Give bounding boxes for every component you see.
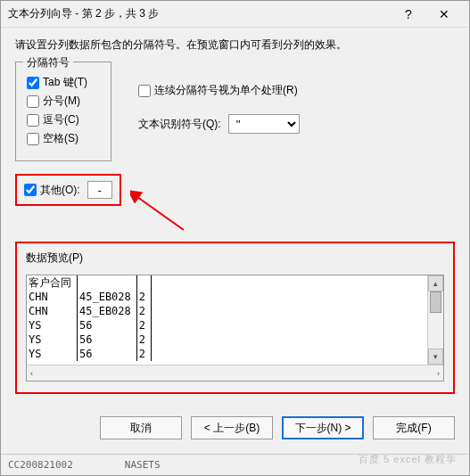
cancel-button[interactable]: 取消 bbox=[100, 416, 182, 439]
delimiters-fieldset: 分隔符号 Tab 键(T) 分号(M) 逗号(C) 空格(S) bbox=[15, 62, 111, 161]
preview-area: 客户合同CHN45_EB0282CHN45_EB0282YS562YS562YS… bbox=[26, 275, 444, 382]
delimiters-legend: 分隔符号 bbox=[23, 55, 73, 70]
table-cell: 56 bbox=[78, 347, 137, 361]
close-button[interactable]: ✕ bbox=[426, 2, 462, 27]
back-button[interactable]: < 上一步(B) bbox=[191, 416, 273, 439]
finish-button[interactable]: 完成(F) bbox=[373, 416, 455, 439]
space-checkbox[interactable] bbox=[27, 133, 39, 145]
help-button[interactable]: ? bbox=[391, 2, 426, 27]
table-cell: 2 bbox=[137, 332, 152, 347]
table-row: CHN45_EB0282 bbox=[27, 304, 152, 318]
horizontal-scrollbar[interactable]: ‹› bbox=[27, 365, 443, 381]
other-highlight-box: 其他(O): bbox=[15, 174, 121, 206]
next-button[interactable]: 下一步(N) > bbox=[282, 416, 364, 439]
space-label: 空格(S) bbox=[43, 131, 78, 146]
consecutive-label: 连续分隔符号视为单个处理(R) bbox=[154, 83, 298, 98]
table-cell: YS bbox=[27, 318, 78, 332]
other-input[interactable] bbox=[87, 181, 112, 199]
table-cell: YS bbox=[27, 347, 78, 361]
scroll-down-button[interactable]: ▾ bbox=[428, 349, 443, 365]
comma-checkbox[interactable] bbox=[27, 114, 39, 127]
table-row: CHN45_EB0282 bbox=[27, 290, 152, 304]
table-header-cell bbox=[137, 275, 152, 290]
tab-checkbox[interactable] bbox=[27, 77, 39, 89]
svg-line-0 bbox=[137, 197, 184, 230]
table-cell: 45_EB028 bbox=[78, 304, 137, 318]
table-cell: 56 bbox=[78, 332, 137, 347]
semicolon-checkbox[interactable] bbox=[27, 95, 39, 108]
table-cell: YS bbox=[27, 332, 78, 347]
qualifier-select[interactable]: " bbox=[228, 114, 300, 134]
scroll-thumb[interactable] bbox=[430, 291, 441, 313]
table-cell: 2 bbox=[137, 304, 152, 318]
annotation-arrow bbox=[130, 190, 193, 234]
table-cell: 56 bbox=[78, 318, 137, 332]
qualifier-label: 文本识别符号(Q): bbox=[138, 117, 221, 132]
dialog-title: 文本分列向导 - 第 2 步，共 3 步 bbox=[8, 6, 391, 21]
tab-label: Tab 键(T) bbox=[43, 75, 87, 90]
preview-highlight-box: 数据预览(P) 客户合同CHN45_EB0282CHN45_EB0282YS56… bbox=[15, 242, 455, 394]
table-cell: 2 bbox=[137, 318, 152, 332]
consecutive-checkbox[interactable] bbox=[138, 85, 151, 97]
table-cell: CHN bbox=[27, 304, 78, 318]
table-row: YS562 bbox=[27, 347, 152, 361]
vertical-scrollbar[interactable]: ▴ ▾ bbox=[427, 275, 443, 365]
scroll-up-button[interactable]: ▴ bbox=[428, 275, 443, 291]
other-checkbox[interactable] bbox=[24, 184, 37, 196]
table-cell: 2 bbox=[137, 347, 152, 361]
comma-label: 逗号(C) bbox=[43, 112, 79, 127]
table-cell: 2 bbox=[137, 290, 152, 304]
table-cell: 45_EB028 bbox=[78, 290, 137, 304]
table-header-cell bbox=[78, 275, 137, 290]
table-row: YS562 bbox=[27, 332, 152, 347]
semicolon-label: 分号(M) bbox=[43, 94, 80, 109]
watermark: 百度 5 excel 教程学 bbox=[359, 453, 457, 466]
preview-label: 数据预览(P) bbox=[26, 250, 444, 266]
table-header-cell: 客户合同 bbox=[27, 275, 78, 290]
other-label: 其他(O): bbox=[40, 183, 80, 198]
instruction-text: 请设置分列数据所包含的分隔符号。在预览窗口内可看到分列的效果。 bbox=[15, 37, 455, 53]
table-cell: CHN bbox=[27, 290, 78, 304]
table-row: YS562 bbox=[27, 318, 152, 332]
